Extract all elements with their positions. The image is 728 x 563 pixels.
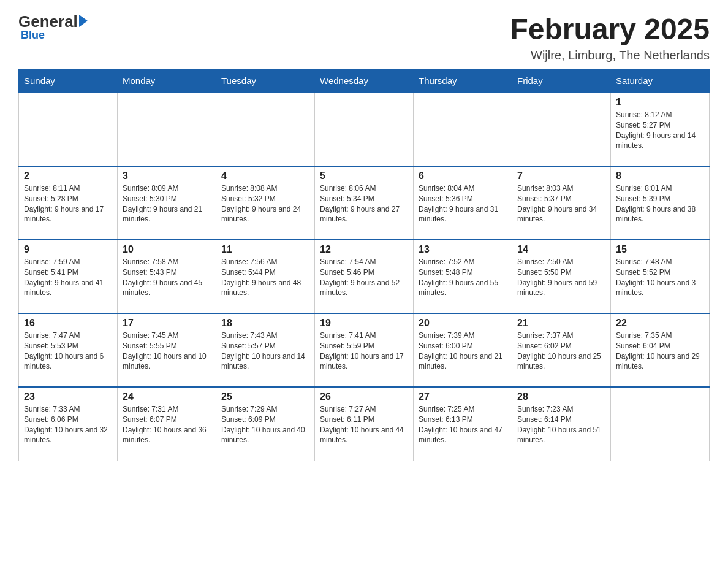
calendar-cell: 26Sunrise: 7:27 AMSunset: 6:11 PMDayligh… — [315, 387, 414, 461]
header-row: SundayMondayTuesdayWednesdayThursdayFrid… — [19, 69, 710, 93]
day-info: Sunrise: 7:29 AMSunset: 6:09 PMDaylight:… — [221, 404, 309, 445]
day-info: Sunrise: 7:37 AMSunset: 6:02 PMDaylight:… — [517, 331, 605, 372]
day-number: 12 — [320, 244, 408, 255]
day-info: Sunrise: 8:11 AMSunset: 5:28 PMDaylight:… — [24, 183, 112, 224]
day-number: 8 — [616, 170, 704, 182]
day-info: Sunrise: 7:43 AMSunset: 5:57 PMDaylight:… — [221, 331, 309, 372]
day-number: 20 — [419, 318, 507, 329]
day-number: 3 — [123, 170, 211, 182]
day-number: 17 — [123, 318, 211, 329]
day-info: Sunrise: 7:59 AMSunset: 5:41 PMDaylight:… — [24, 257, 112, 298]
header-saturday: Saturday — [611, 69, 710, 93]
day-number: 2 — [24, 170, 112, 182]
day-number: 28 — [517, 391, 605, 402]
calendar-cell: 21Sunrise: 7:37 AMSunset: 6:02 PMDayligh… — [512, 313, 611, 387]
calendar-cell: 25Sunrise: 7:29 AMSunset: 6:09 PMDayligh… — [216, 387, 315, 461]
calendar-cell: 11Sunrise: 7:56 AMSunset: 5:44 PMDayligh… — [216, 240, 315, 313]
week-row-1: 1Sunrise: 8:12 AMSunset: 5:27 PMDaylight… — [19, 93, 710, 166]
calendar-cell: 20Sunrise: 7:39 AMSunset: 6:00 PMDayligh… — [414, 313, 512, 387]
header-tuesday: Tuesday — [216, 69, 315, 93]
calendar-cell: 15Sunrise: 7:48 AMSunset: 5:52 PMDayligh… — [611, 240, 710, 313]
calendar-cell: 14Sunrise: 7:50 AMSunset: 5:50 PMDayligh… — [512, 240, 611, 313]
page-header: General Blue February 2025 Wijlre, Limbu… — [18, 12, 710, 63]
calendar-cell: 13Sunrise: 7:52 AMSunset: 5:48 PMDayligh… — [414, 240, 512, 313]
day-info: Sunrise: 7:41 AMSunset: 5:59 PMDaylight:… — [320, 331, 408, 372]
calendar-cell — [512, 93, 611, 166]
calendar-cell: 1Sunrise: 8:12 AMSunset: 5:27 PMDaylight… — [611, 93, 710, 166]
day-number: 15 — [616, 244, 704, 255]
day-number: 11 — [221, 244, 309, 255]
calendar-cell: 5Sunrise: 8:06 AMSunset: 5:34 PMDaylight… — [315, 166, 414, 240]
calendar-title: February 2025 — [510, 12, 710, 46]
day-info: Sunrise: 8:06 AMSunset: 5:34 PMDaylight:… — [320, 183, 408, 224]
calendar-cell — [19, 93, 118, 166]
day-info: Sunrise: 7:48 AMSunset: 5:52 PMDaylight:… — [616, 257, 704, 298]
day-number: 27 — [419, 391, 507, 402]
calendar-cell — [611, 387, 710, 461]
logo-arrow-icon — [79, 15, 88, 27]
day-info: Sunrise: 8:04 AMSunset: 5:36 PMDaylight:… — [419, 183, 507, 224]
day-number: 13 — [419, 244, 507, 255]
week-row-4: 16Sunrise: 7:47 AMSunset: 5:53 PMDayligh… — [19, 313, 710, 387]
calendar-table: SundayMondayTuesdayWednesdayThursdayFrid… — [18, 69, 710, 461]
day-info: Sunrise: 7:58 AMSunset: 5:43 PMDaylight:… — [123, 257, 211, 298]
header-thursday: Thursday — [414, 69, 512, 93]
day-number: 10 — [123, 244, 211, 255]
day-info: Sunrise: 7:52 AMSunset: 5:48 PMDaylight:… — [419, 257, 507, 298]
day-number: 1 — [616, 97, 704, 108]
day-info: Sunrise: 7:27 AMSunset: 6:11 PMDaylight:… — [320, 404, 408, 445]
calendar-cell: 16Sunrise: 7:47 AMSunset: 5:53 PMDayligh… — [19, 313, 118, 387]
day-info: Sunrise: 7:33 AMSunset: 6:06 PMDaylight:… — [24, 404, 112, 445]
day-info: Sunrise: 7:56 AMSunset: 5:44 PMDaylight:… — [221, 257, 309, 298]
day-number: 6 — [419, 170, 507, 182]
day-info: Sunrise: 7:25 AMSunset: 6:13 PMDaylight:… — [419, 404, 507, 445]
calendar-cell: 2Sunrise: 8:11 AMSunset: 5:28 PMDaylight… — [19, 166, 118, 240]
day-info: Sunrise: 8:08 AMSunset: 5:32 PMDaylight:… — [221, 183, 309, 224]
calendar-cell: 22Sunrise: 7:35 AMSunset: 6:04 PMDayligh… — [611, 313, 710, 387]
day-info: Sunrise: 7:39 AMSunset: 6:00 PMDaylight:… — [419, 331, 507, 372]
calendar-header: SundayMondayTuesdayWednesdayThursdayFrid… — [19, 69, 710, 93]
day-info: Sunrise: 8:12 AMSunset: 5:27 PMDaylight:… — [616, 110, 704, 151]
calendar-cell: 27Sunrise: 7:25 AMSunset: 6:13 PMDayligh… — [414, 387, 512, 461]
header-monday: Monday — [118, 69, 216, 93]
day-number: 7 — [517, 170, 605, 182]
day-info: Sunrise: 8:09 AMSunset: 5:30 PMDaylight:… — [123, 183, 211, 224]
calendar-cell — [315, 93, 414, 166]
calendar-cell: 12Sunrise: 7:54 AMSunset: 5:46 PMDayligh… — [315, 240, 414, 313]
day-number: 14 — [517, 244, 605, 255]
calendar-cell: 9Sunrise: 7:59 AMSunset: 5:41 PMDaylight… — [19, 240, 118, 313]
day-number: 21 — [517, 318, 605, 329]
day-info: Sunrise: 8:01 AMSunset: 5:39 PMDaylight:… — [616, 183, 704, 224]
header-sunday: Sunday — [19, 69, 118, 93]
day-number: 18 — [221, 318, 309, 329]
day-info: Sunrise: 7:50 AMSunset: 5:50 PMDaylight:… — [517, 257, 605, 298]
day-number: 26 — [320, 391, 408, 402]
day-info: Sunrise: 7:45 AMSunset: 5:55 PMDaylight:… — [123, 331, 211, 372]
day-info: Sunrise: 7:54 AMSunset: 5:46 PMDaylight:… — [320, 257, 408, 298]
location-subtitle: Wijlre, Limburg, The Netherlands — [510, 48, 710, 63]
calendar-cell: 24Sunrise: 7:31 AMSunset: 6:07 PMDayligh… — [118, 387, 216, 461]
calendar-cell: 18Sunrise: 7:43 AMSunset: 5:57 PMDayligh… — [216, 313, 315, 387]
day-number: 9 — [24, 244, 112, 255]
logo: General Blue — [18, 12, 88, 42]
calendar-cell: 6Sunrise: 8:04 AMSunset: 5:36 PMDaylight… — [414, 166, 512, 240]
calendar-cell: 28Sunrise: 7:23 AMSunset: 6:14 PMDayligh… — [512, 387, 611, 461]
day-info: Sunrise: 8:03 AMSunset: 5:37 PMDaylight:… — [517, 183, 605, 224]
calendar-cell: 23Sunrise: 7:33 AMSunset: 6:06 PMDayligh… — [19, 387, 118, 461]
logo-blue: Blue — [21, 29, 45, 42]
calendar-cell: 8Sunrise: 8:01 AMSunset: 5:39 PMDaylight… — [611, 166, 710, 240]
day-number: 24 — [123, 391, 211, 402]
header-friday: Friday — [512, 69, 611, 93]
day-number: 23 — [24, 391, 112, 402]
calendar-cell: 3Sunrise: 8:09 AMSunset: 5:30 PMDaylight… — [118, 166, 216, 240]
week-row-2: 2Sunrise: 8:11 AMSunset: 5:28 PMDaylight… — [19, 166, 710, 240]
calendar-cell: 10Sunrise: 7:58 AMSunset: 5:43 PMDayligh… — [118, 240, 216, 313]
day-info: Sunrise: 7:23 AMSunset: 6:14 PMDaylight:… — [517, 404, 605, 445]
calendar-cell — [118, 93, 216, 166]
week-row-5: 23Sunrise: 7:33 AMSunset: 6:06 PMDayligh… — [19, 387, 710, 461]
day-info: Sunrise: 7:35 AMSunset: 6:04 PMDaylight:… — [616, 331, 704, 372]
calendar-cell — [414, 93, 512, 166]
calendar-cell: 7Sunrise: 8:03 AMSunset: 5:37 PMDaylight… — [512, 166, 611, 240]
title-section: February 2025 Wijlre, Limburg, The Nethe… — [510, 12, 710, 63]
day-number: 16 — [24, 318, 112, 329]
